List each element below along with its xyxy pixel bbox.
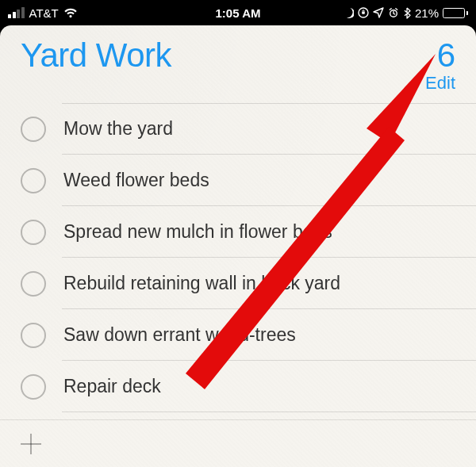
rotation-lock-icon xyxy=(358,7,369,18)
list-count: 6 xyxy=(437,36,455,75)
reminder-title: Rebuild retaining wall in back yard xyxy=(63,273,340,294)
reminder-list: Mow the yardWeed flower bedsSpread new m… xyxy=(0,97,476,412)
svg-rect-1 xyxy=(362,12,365,14)
card-header: Yard Work 6 Edit xyxy=(0,25,476,97)
battery-pct-label: 21% xyxy=(415,6,439,20)
add-bar xyxy=(0,419,476,467)
reminder-row[interactable]: Saw down errant weed-trees xyxy=(0,309,476,361)
status-left: AT&T xyxy=(8,6,216,20)
reminder-title: Spread new mulch in flower beds xyxy=(63,221,332,243)
completion-circle[interactable] xyxy=(21,374,46,400)
reminder-row[interactable]: Spread new mulch in flower beds xyxy=(0,206,476,258)
reminder-row[interactable]: Mow the yard xyxy=(0,103,476,155)
bluetooth-icon xyxy=(403,7,411,19)
reminder-row[interactable]: Rebuild retaining wall in back yard xyxy=(0,258,476,309)
completion-circle[interactable] xyxy=(21,220,46,245)
completion-circle[interactable] xyxy=(21,271,46,297)
reminders-card: Yard Work 6 Edit Mow the yardWeed flower… xyxy=(0,25,476,467)
battery-icon xyxy=(443,8,468,18)
reminder-row[interactable]: Repair deck xyxy=(0,361,476,412)
alarm-icon xyxy=(388,7,399,18)
moon-icon xyxy=(343,7,354,18)
list-title: Yard Work xyxy=(21,36,171,75)
cell-signal-icon xyxy=(8,7,25,18)
edit-button[interactable]: Edit xyxy=(425,73,455,94)
status-bar: AT&T 1:05 AM 21% xyxy=(0,0,476,25)
reminder-row[interactable]: Weed flower beds xyxy=(0,155,476,206)
location-icon xyxy=(373,7,384,18)
add-reminder-button[interactable] xyxy=(19,432,43,456)
completion-circle[interactable] xyxy=(21,168,46,193)
completion-circle[interactable] xyxy=(21,117,46,142)
wifi-icon xyxy=(63,7,78,18)
reminder-title: Weed flower beds xyxy=(63,170,209,191)
status-right: 21% xyxy=(260,6,468,20)
reminder-title: Mow the yard xyxy=(63,118,173,140)
status-time: 1:05 AM xyxy=(216,6,261,20)
completion-circle[interactable] xyxy=(21,323,46,348)
carrier-label: AT&T xyxy=(29,6,59,20)
reminder-title: Saw down errant weed-trees xyxy=(63,324,296,346)
reminder-title: Repair deck xyxy=(63,376,161,397)
